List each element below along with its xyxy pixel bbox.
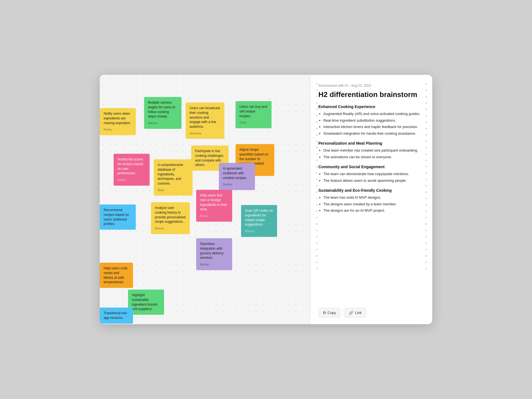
note-text: A comprehensive database of ingredients,… <box>158 163 183 185</box>
note-author: Vanessa <box>190 131 221 135</box>
section-heading: Sustainability and Eco-friendly Cooking <box>318 188 424 193</box>
note-text: Nutritional scores for recipes based on … <box>117 157 143 175</box>
copy-icon: ⧉ <box>323 310 326 315</box>
note-author: Marcel <box>148 121 178 125</box>
note-author: Miah <box>158 188 189 192</box>
section-bullets: Augmented Reality (AR) and voice-activat… <box>318 111 424 136</box>
note-text: Recommend recipes based on users' prefer… <box>104 208 129 226</box>
bullet-item: The designs are for an AI MVP project. <box>323 208 424 213</box>
sticky-note[interactable]: Users can buy and sell unique recipes.Ch… <box>236 101 272 128</box>
copy-button[interactable]: ⧉ Copy <box>318 308 341 318</box>
sticky-note[interactable]: Multiple camera angles for users to foll… <box>144 97 181 129</box>
section-bullets: The team can demonstrate how copy/paste … <box>318 171 424 183</box>
summary-title: H2 differentiation brainstorm <box>318 90 424 99</box>
section-heading: Community and Social Engagement <box>318 165 424 169</box>
note-text: Notify users when ingredients are nearin… <box>104 112 131 125</box>
sticky-note[interactable]: Help users cook meats and dishes at safe… <box>100 263 133 288</box>
bullet-item: The team can demonstrate how copy/paste … <box>323 171 424 177</box>
section-bullets: The team has solid AI MVP designs.The de… <box>318 195 424 213</box>
note-text: Multiple camera angles for users to foll… <box>148 101 175 118</box>
note-text: Users can buy and sell unique recipes. <box>239 105 267 118</box>
link-icon: 🔗 <box>349 311 353 315</box>
summary-section: Community and Social EngagementThe team … <box>318 165 424 183</box>
note-author: Rocky <box>104 127 132 132</box>
summary-section: Sustainability and Eco-friendly CookingT… <box>318 188 424 213</box>
note-text: Scan QR codes on ingredients for instant… <box>245 209 273 226</box>
note-text: Analyze user cooking history to provide … <box>155 206 186 224</box>
link-label: Link <box>355 311 362 315</box>
bullet-item: The feature allows users to avoid spammi… <box>323 178 424 183</box>
bullet-item: Smartwatch integration for hands-free co… <box>323 131 424 136</box>
section-bullets: One team member has created sick partici… <box>318 148 424 160</box>
note-text: Users can broadcast their cooking sessio… <box>190 106 220 129</box>
sticky-note[interactable]: Users can broadcast their cooking sessio… <box>186 103 224 139</box>
summary-footer: ⧉ Copy 🔗 Link <box>318 302 424 318</box>
right-dot-decoration <box>424 75 428 324</box>
left-dot-decoration <box>314 75 319 324</box>
summary-section: Enhanced Cooking ExperienceAugmented Rea… <box>318 104 424 136</box>
link-button[interactable]: 🔗 Link <box>344 308 366 318</box>
sticky-note[interactable]: Notify users when ingredients are nearin… <box>100 108 136 135</box>
sticky-note[interactable]: Seamless integration with grocery delive… <box>196 238 232 270</box>
note-author: Bernie <box>200 262 228 267</box>
bullet-item: The team has solid AI MVP designs. <box>323 195 424 200</box>
sticky-note[interactable]: Analyze user cooking history to provide … <box>151 202 190 234</box>
sticky-note[interactable]: Recommend recipes based on users' prefer… <box>100 204 136 230</box>
summary-panel: Summarized with AI – Aug 23, 2023 H2 dif… <box>310 75 432 324</box>
note-author: Marcel <box>245 229 273 233</box>
note-author: Sophie <box>223 182 251 186</box>
note-author: Rocky <box>117 178 146 182</box>
note-author: Chris <box>239 121 268 125</box>
sticky-note[interactable]: A comprehensive database of ingredients,… <box>154 159 193 196</box>
sticky-note[interactable]: Highlight sustainable ingredient brands … <box>128 290 164 315</box>
sticky-note[interactable]: AI-generated cookbook with creative reci… <box>219 163 255 190</box>
sticky-note[interactable]: Transitional into app versions. <box>100 308 133 324</box>
note-text: Transitional into app versions. <box>104 311 127 320</box>
summary-sections: Enhanced Cooking ExperienceAugmented Rea… <box>318 104 424 218</box>
bullet-item: Interactive kitchen timers and haptic fe… <box>323 124 424 130</box>
note-author: Rocky <box>200 214 228 218</box>
summary-meta: Summarized with AI – Aug 23, 2023 <box>318 84 424 88</box>
sticky-note[interactable]: Nutritional scores for recipes based on … <box>114 154 150 186</box>
sticky-note[interactable]: Scan QR codes on ingredients for instant… <box>241 205 277 237</box>
bullet-item: The animations can be shown to everyone. <box>323 154 424 160</box>
canvas-area[interactable]: Multiple camera angles for users to foll… <box>100 75 310 324</box>
note-text: AI-generated cookbook with creative reci… <box>223 167 247 180</box>
bullet-item: Augmented Reality (AR) and voice-activat… <box>323 111 424 117</box>
note-text: Highlight sustainable ingredient brands … <box>132 293 158 311</box>
note-author: Bernie <box>155 226 186 231</box>
app-window: Multiple camera angles for users to foll… <box>100 75 432 324</box>
copy-label: Copy <box>328 311 336 315</box>
bullet-item: The designs were created by a team membe… <box>323 201 424 207</box>
note-text: Help users cook meats and dishes at safe… <box>104 266 127 284</box>
sticky-note[interactable]: Help users find rare or foreign ingredie… <box>196 190 232 222</box>
section-heading: Enhanced Cooking Experience <box>318 104 424 109</box>
bullet-item: One team member has created sick partici… <box>323 148 424 153</box>
note-text: Seamless integration with grocery delive… <box>200 242 224 260</box>
bullet-item: Real-time ingredient substitution sugges… <box>323 118 424 123</box>
summary-section: Personalization and Meal PlanningOne tea… <box>318 141 424 160</box>
section-heading: Personalization and Meal Planning <box>318 141 424 145</box>
note-text: Help users find rare or foreign ingredie… <box>200 193 227 211</box>
